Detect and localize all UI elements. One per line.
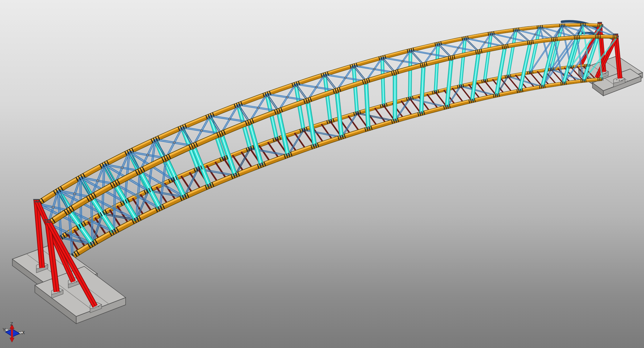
axis-label-z: Z	[10, 321, 13, 327]
post-near[interactable]	[307, 101, 315, 146]
splice-tick[interactable]	[515, 28, 515, 32]
deck-cross-beam[interactable]	[477, 83, 488, 97]
foundation-right-block[interactable]	[602, 72, 603, 73]
splice-tick[interactable]	[568, 66, 568, 69]
splice-tick[interactable]	[601, 24, 602, 27]
splice-tick[interactable]	[551, 38, 552, 41]
splice-tick[interactable]	[555, 37, 555, 41]
splice-tick[interactable]	[573, 65, 574, 68]
deck-cross-beam[interactable]	[427, 94, 439, 109]
foundation-right-block[interactable]	[604, 73, 606, 74]
splice-tick[interactable]	[574, 36, 575, 40]
splice-tick[interactable]	[513, 28, 514, 32]
splice-tick[interactable]	[576, 36, 576, 39]
foundation-right-block[interactable]	[616, 79, 617, 80]
bridge-model[interactable]	[12, 21, 643, 324]
splice-tick[interactable]	[603, 78, 603, 81]
foundation-left-block[interactable]	[59, 291, 60, 292]
axis-label-x: X	[22, 330, 25, 335]
splice-tick[interactable]	[550, 68, 550, 71]
splice-tick[interactable]	[552, 68, 552, 71]
foundation-right-block[interactable]	[619, 79, 620, 81]
deck-cross-beam[interactable]	[321, 124, 333, 140]
splice-tick[interactable]	[554, 67, 554, 70]
splice-tick[interactable]	[542, 25, 543, 28]
foundation-left-block[interactable]	[76, 281, 77, 282]
splice-tick[interactable]	[541, 25, 541, 29]
splice-tick[interactable]	[590, 64, 590, 66]
splice-tick[interactable]	[537, 26, 537, 29]
post-near[interactable]	[496, 46, 505, 95]
splice-tick[interactable]	[570, 66, 570, 69]
splice-tick[interactable]	[579, 36, 580, 39]
splice-tick[interactable]	[553, 38, 554, 41]
splice-tick[interactable]	[616, 35, 617, 38]
splice-tick[interactable]	[557, 37, 557, 41]
splice-tick[interactable]	[581, 79, 581, 83]
top-bracing[interactable]	[492, 33, 505, 46]
deck-chord-far[interactable]	[60, 64, 589, 240]
splice-tick[interactable]	[585, 64, 585, 67]
foundation-right-block[interactable]	[621, 80, 622, 81]
splice-tick[interactable]	[618, 36, 618, 39]
splice-tick[interactable]	[601, 78, 602, 81]
splice-tick[interactable]	[586, 79, 586, 82]
deck-cross-beam[interactable]	[268, 142, 279, 159]
splice-tick[interactable]	[517, 28, 517, 31]
splice-tick[interactable]	[598, 78, 598, 81]
splice-tick[interactable]	[583, 79, 583, 83]
splice-tick[interactable]	[519, 28, 519, 31]
deck-chord-far-plate[interactable]	[60, 64, 589, 239]
splice-tick[interactable]	[613, 35, 614, 38]
foundation-left-block[interactable]	[98, 306, 99, 307]
splice-tick[interactable]	[549, 68, 549, 71]
3d-viewport[interactable]: Y Z X	[0, 0, 644, 348]
splice-tick[interactable]	[539, 25, 539, 29]
post-near[interactable]	[520, 42, 530, 91]
splice-tick[interactable]	[584, 79, 584, 82]
splice-tick[interactable]	[598, 24, 598, 26]
splice-tick[interactable]	[571, 66, 572, 69]
splice-tick[interactable]	[578, 36, 578, 39]
deck-chord-far-plate[interactable]	[60, 64, 589, 240]
splice-tick[interactable]	[599, 24, 600, 27]
splice-tick[interactable]	[587, 64, 587, 67]
axis-label-y: Y	[3, 327, 6, 332]
axis-orientation-gizmo: Y Z X	[3, 321, 25, 342]
deck-cross-beam[interactable]	[215, 162, 227, 179]
deck-cross-beam[interactable]	[375, 108, 386, 124]
model-scene[interactable]: Y Z X	[0, 0, 644, 348]
splice-tick[interactable]	[599, 78, 600, 81]
arch-chord-far-plate[interactable]	[36, 24, 602, 203]
splice-tick[interactable]	[588, 64, 588, 67]
